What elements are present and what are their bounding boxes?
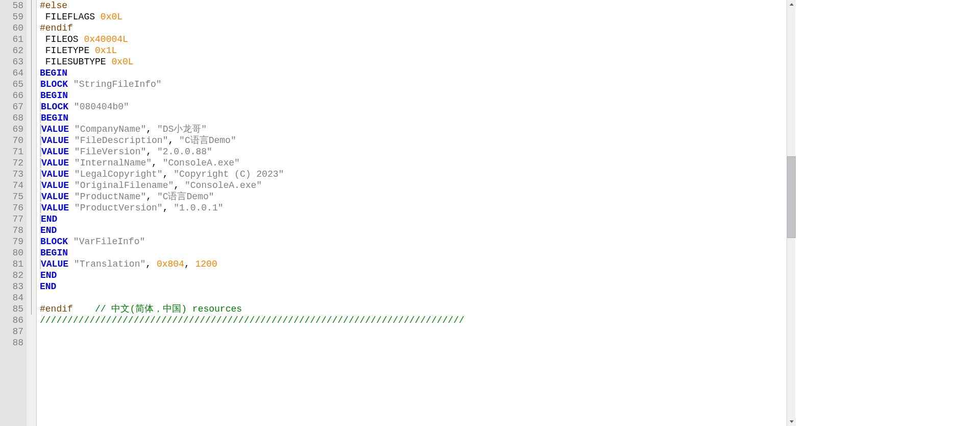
code-line[interactable]: FILEOS 0x40004L [40, 34, 795, 45]
code-line[interactable]: VALUE "OriginalFilename", "ConsoleA.exe" [40, 180, 795, 191]
token: FILEFLAGS [40, 12, 101, 22]
line-number: 85 [0, 303, 23, 315]
code-line[interactable]: BLOCK "StringFileInfo" [40, 79, 795, 90]
token: , [146, 124, 157, 134]
token: , [174, 180, 185, 191]
code-line[interactable]: VALUE "LegalCopyright", "Copyright (C) 2… [40, 169, 795, 180]
token: BLOCK [40, 236, 68, 247]
token: BLOCK [40, 79, 68, 89]
code-line[interactable]: VALUE "ProductName", "C语言Demo" [40, 191, 795, 202]
line-number: 61 [0, 34, 23, 45]
token: , [145, 259, 157, 269]
line-number: 76 [0, 202, 23, 214]
token: "StringFileInfo" [74, 79, 162, 89]
code-line[interactable] [40, 292, 795, 303]
code-line[interactable]: #endif // 中文(简体，中国) resources [40, 303, 795, 315]
line-number: 64 [0, 67, 23, 79]
code-line[interactable] [40, 326, 795, 337]
token: BEGIN [40, 248, 68, 258]
token: 0x0L [101, 12, 122, 22]
token [69, 135, 75, 146]
code-line[interactable]: BLOCK "080404b0" [40, 101, 795, 112]
code-line[interactable]: VALUE "ProductVersion", "1.0.0.1" [40, 202, 795, 214]
code-line[interactable]: VALUE "FileDescription", "C语言Demo" [40, 135, 795, 146]
token: "LegalCopyright" [75, 169, 163, 179]
code-line[interactable]: BEGIN [40, 247, 795, 258]
line-number: 66 [0, 90, 23, 101]
line-number: 81 [0, 258, 23, 270]
token: "ProductName" [75, 192, 146, 202]
token: BEGIN [40, 90, 68, 101]
token: VALUE [41, 192, 69, 202]
token: "ConsoleA.exe" [185, 180, 262, 191]
token [69, 124, 75, 134]
line-number: 73 [0, 169, 23, 180]
code-line[interactable]: END [40, 281, 795, 292]
line-number: 60 [0, 22, 23, 34]
code-line[interactable]: VALUE "Translation", 0x804, 1200 [40, 258, 795, 270]
token [69, 203, 75, 213]
token: "1.0.0.1" [174, 203, 223, 213]
token: VALUE [41, 169, 69, 179]
token: , [163, 169, 174, 179]
line-number: 82 [0, 270, 23, 281]
code-line[interactable]: #else [40, 0, 795, 11]
token: "Copyright (C) 2023" [174, 169, 284, 179]
scrollbar-thumb[interactable] [787, 156, 796, 238]
chevron-up-icon [790, 3, 794, 6]
token: #endif [40, 304, 73, 314]
token: , [152, 158, 163, 168]
code-editor[interactable]: 5859606162636465666768697071727374757677… [0, 0, 795, 426]
token: 0x804 [157, 259, 184, 269]
code-line[interactable]: VALUE "InternalName", "ConsoleA.exe" [40, 157, 795, 169]
token: ////////////////////////////////////////… [40, 315, 464, 325]
code-line[interactable]: VALUE "FileVersion", "2.0.0.88" [40, 146, 795, 157]
code-line[interactable]: END [40, 214, 795, 225]
scroll-up-button[interactable] [787, 0, 796, 9]
code-line[interactable] [40, 337, 795, 348]
code-content[interactable]: #else FILEFLAGS 0x0L#endif FILEOS 0x4000… [37, 0, 795, 426]
code-line[interactable]: #endif [40, 22, 795, 34]
token: "FileVersion" [75, 147, 146, 157]
code-line[interactable]: FILEFLAGS 0x0L [40, 11, 795, 22]
code-line[interactable]: BEGIN [40, 67, 795, 79]
token: "2.0.0.88" [157, 147, 212, 157]
vertical-scrollbar[interactable] [787, 0, 795, 426]
token [68, 259, 74, 269]
fold-margin[interactable] [27, 0, 37, 426]
token: BEGIN [40, 68, 67, 78]
code-line[interactable]: ////////////////////////////////////////… [40, 315, 795, 326]
line-number: 77 [0, 214, 23, 225]
token: "080404b0" [74, 102, 129, 112]
token: END [40, 270, 57, 280]
token: "ProductVersion" [75, 203, 163, 213]
line-number: 62 [0, 45, 23, 56]
token: BLOCK [41, 102, 68, 112]
token: 0x1L [95, 45, 117, 56]
code-line[interactable]: BEGIN [40, 90, 795, 101]
code-line[interactable]: FILESUBTYPE 0x0L [40, 56, 795, 67]
line-number: 65 [0, 79, 23, 90]
token [69, 147, 75, 157]
code-line[interactable]: FILETYPE 0x1L [40, 45, 795, 56]
scroll-down-button[interactable] [787, 417, 796, 426]
token [69, 180, 75, 191]
code-line[interactable]: END [40, 270, 795, 281]
token: "C语言Demo" [157, 192, 214, 202]
line-number: 63 [0, 56, 23, 67]
code-line[interactable]: BLOCK "VarFileInfo" [40, 236, 795, 247]
line-number: 69 [0, 124, 23, 135]
token: VALUE [41, 203, 69, 213]
code-line[interactable]: BEGIN [40, 112, 795, 124]
token: FILEOS [40, 34, 84, 44]
code-line[interactable]: VALUE "CompanyName", "DS小龙哥" [40, 124, 795, 135]
token: VALUE [41, 158, 69, 168]
code-line[interactable]: END [40, 225, 795, 236]
token: BEGIN [41, 113, 68, 123]
token: #else [40, 1, 67, 11]
token: "DS小龙哥" [157, 124, 207, 134]
line-number: 80 [0, 247, 23, 258]
token: VALUE [41, 135, 69, 146]
line-number: 68 [0, 112, 23, 124]
line-number: 58 [0, 0, 23, 11]
